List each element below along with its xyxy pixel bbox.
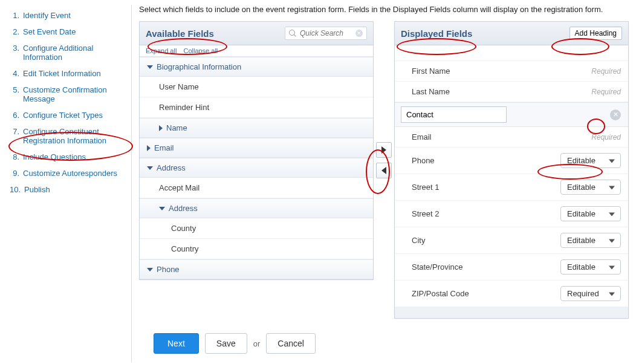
chevron-right-icon	[147, 145, 151, 151]
chevron-down-icon	[147, 166, 153, 170]
wizard-step[interactable]: 10.Publish	[7, 181, 129, 198]
or-text: or	[253, 339, 261, 348]
save-button[interactable]: Save	[205, 333, 247, 354]
wizard-step[interactable]: 6.Configure Ticket Types	[7, 107, 129, 123]
search-icon	[289, 30, 296, 37]
subgroup-address[interactable]: Address	[140, 198, 373, 218]
wizard-step[interactable]: 4.Edit Ticket Information	[7, 65, 129, 82]
step-number: 5.	[10, 85, 19, 103]
step-label: Configure Ticket Types	[23, 111, 103, 120]
step-label: Configure Additional Information	[23, 44, 126, 62]
disp-zip[interactable]: ZIP/Postal Code Required	[395, 281, 628, 307]
wizard-steps-sidebar: 1.Identify Event2.Set Event Date3.Config…	[7, 5, 132, 362]
quick-search-input[interactable]	[299, 28, 353, 38]
chevron-down-icon	[147, 268, 153, 271]
step-label: Identify Event	[23, 11, 71, 20]
main-panel: Select which fields to include on the ev…	[139, 5, 629, 362]
city-requirement-select[interactable]: Editable	[560, 233, 621, 248]
disp-email[interactable]: Email Required	[395, 127, 628, 148]
field-county[interactable]: County	[140, 218, 373, 239]
available-fields-panel: Available Fields ✕ Expand all Collapse a…	[139, 21, 374, 280]
group-phone[interactable]: Phone	[140, 259, 373, 279]
remove-heading-icon[interactable]: ✕	[610, 109, 621, 120]
collapse-all-link[interactable]: Collapse all	[183, 47, 218, 54]
wizard-step[interactable]: 8.Include Questions	[7, 149, 129, 165]
disp-last-name[interactable]: Last Name Required	[395, 82, 628, 102]
wizard-step[interactable]: 3.Configure Additional Information	[7, 40, 129, 65]
move-right-button[interactable]	[376, 142, 392, 158]
disp-phone[interactable]: Phone Editable	[395, 148, 628, 174]
quick-search-box[interactable]: ✕	[285, 27, 367, 40]
wizard-step[interactable]: 2.Set Event Date	[7, 24, 129, 40]
displayed-fields-panel: Displayed Fields Add Heading First Name …	[394, 21, 629, 319]
street1-requirement-select[interactable]: Editable	[560, 180, 621, 195]
next-button[interactable]: Next	[154, 333, 199, 354]
expand-all-link[interactable]: Expand all	[146, 47, 177, 54]
clear-search-icon[interactable]: ✕	[355, 30, 363, 37]
chevron-down-icon	[147, 65, 153, 69]
disp-street2[interactable]: Street 2 Editable	[395, 201, 628, 227]
chevron-right-icon	[159, 125, 163, 131]
step-number: 10.	[10, 185, 21, 194]
step-label: Customize Autoresponders	[23, 169, 117, 178]
field-accept-mail[interactable]: Accept Mail	[140, 178, 373, 198]
step-label: Set Event Date	[23, 27, 76, 36]
step-label: Include Questions	[23, 152, 86, 161]
disp-street1[interactable]: Street 1 Editable	[395, 174, 628, 201]
group-biographical[interactable]: Biographical Information	[140, 57, 373, 77]
street2-requirement-select[interactable]: Editable	[560, 206, 621, 221]
state-requirement-select[interactable]: Editable	[560, 259, 621, 275]
heading-input[interactable]	[401, 106, 507, 123]
wizard-step[interactable]: 7.Configure Constituent Registration Inf…	[7, 123, 129, 149]
chevron-left-icon	[381, 167, 386, 174]
available-fields-title: Available Fields	[146, 28, 214, 39]
group-address[interactable]: Address	[140, 158, 373, 178]
transfer-arrows	[376, 21, 392, 178]
wizard-step[interactable]: 1.Identify Event	[7, 7, 129, 24]
subgroup-name[interactable]: Name	[140, 118, 373, 138]
step-number: 1.	[10, 11, 19, 20]
phone-requirement-select[interactable]: Editable	[560, 153, 621, 168]
step-label: Customize Confirmation Message	[23, 85, 126, 103]
step-label: Publish	[24, 185, 50, 194]
add-heading-button[interactable]: Add Heading	[569, 27, 622, 40]
field-user-name[interactable]: User Name	[140, 77, 373, 97]
disp-city[interactable]: City Editable	[395, 227, 628, 254]
step-number: 9.	[10, 169, 19, 178]
cancel-button[interactable]: Cancel	[266, 333, 316, 354]
group-email[interactable]: Email	[140, 138, 373, 158]
step-number: 8.	[10, 152, 19, 161]
step-label: Edit Ticket Information	[23, 69, 101, 78]
step-number: 7.	[10, 127, 19, 145]
field-country[interactable]: Country	[140, 239, 373, 259]
wizard-step[interactable]: 5.Customize Confirmation Message	[7, 82, 129, 107]
chevron-right-icon	[381, 146, 386, 154]
instructions-text: Select which fields to include on the ev…	[139, 5, 629, 21]
disp-heading-contact[interactable]: ✕	[395, 102, 628, 127]
step-number: 6.	[10, 111, 19, 120]
step-number: 3.	[10, 44, 19, 62]
wizard-step[interactable]: 9.Customize Autoresponders	[7, 165, 129, 181]
field-reminder-hint[interactable]: Reminder Hint	[140, 97, 373, 118]
move-left-button[interactable]	[376, 163, 392, 178]
chevron-down-icon	[159, 207, 165, 210]
step-label: Configure Constituent Registration Infor…	[23, 127, 126, 145]
displayed-fields-title: Displayed Fields	[401, 28, 472, 39]
disp-first-name[interactable]: First Name Required	[395, 61, 628, 82]
step-number: 2.	[10, 27, 19, 36]
disp-state[interactable]: State/Province Editable	[395, 254, 628, 281]
step-number: 4.	[10, 69, 19, 78]
zip-requirement-select[interactable]: Required	[560, 286, 621, 301]
